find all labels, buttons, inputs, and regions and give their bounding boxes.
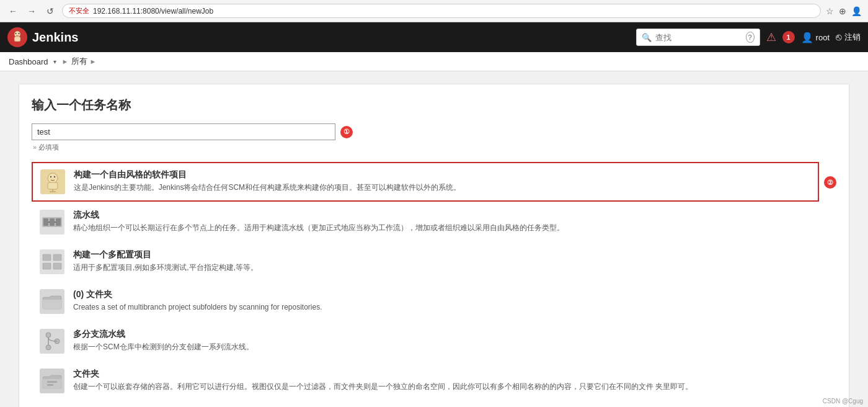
- svg-rect-19: [40, 249, 64, 274]
- folder-desc: 创建一个可以嵌套存储的容器。利用它可以进行分组。视图仅仅是一个过滤器，而文件夹则…: [73, 382, 693, 392]
- folder-o-title: (0) 文件夹: [73, 289, 322, 300]
- browser-chrome: ← → ↺ 不安全 192.168.11.11:8080/view/all/ne…: [0, 0, 868, 22]
- multiconfig-desc: 适用于多配置项目,例如多环境测试,平台指定构建,等等。: [73, 262, 258, 273]
- breadcrumb-arrow-1: ►: [62, 58, 69, 65]
- copyright-text: CSDN @Cgug: [818, 395, 868, 407]
- logout-icon: ⎋: [836, 32, 842, 43]
- freestyle-row-wrapper: 构建一个自由风格的软件项目 这是Jenkins的主要功能。Jenkins将会结合…: [32, 162, 836, 203]
- jenkins-logo[interactable]: Jenkins: [7, 27, 78, 47]
- svg-point-26: [46, 333, 51, 338]
- svg-point-3: [16, 33, 17, 34]
- job-type-multibranch[interactable]: 多分支流水线 根据一个SCM仓库中检测到的分支创建一系列流水线。: [32, 322, 836, 360]
- forward-button[interactable]: →: [25, 4, 38, 18]
- logout-text: 注销: [844, 32, 861, 43]
- freestyle-info: 构建一个自由风格的软件项目 这是Jenkins的主要功能。Jenkins将会结合…: [74, 169, 461, 193]
- alert-icon: ⚠: [766, 30, 776, 44]
- browser-action-buttons: ☆ ⊕ 👤: [826, 6, 862, 16]
- svg-point-6: [48, 173, 58, 183]
- job-type-pipeline[interactable]: 流水线 精心地组织一个可以长期运行在多个节点上的任务。适用于构建流水线（更加正式…: [32, 203, 836, 241]
- extensions-button[interactable]: ⊕: [839, 6, 846, 16]
- dashboard-dropdown-icon[interactable]: ▾: [51, 57, 60, 66]
- logout-button[interactable]: ⎋ 注销: [836, 32, 861, 43]
- job-form: 输入一个任务名称 ① 必填项: [19, 84, 849, 407]
- svg-rect-20: [43, 254, 51, 261]
- folder-o-info: (0) 文件夹 Creates a set of multibranch pro…: [73, 289, 322, 313]
- job-name-extension-input[interactable]: [69, 123, 335, 140]
- multibranch-icon: [40, 329, 64, 354]
- pipeline-info: 流水线 精心地组织一个可以长期运行在多个节点上的任务。适用于构建流水线（更加正式…: [73, 210, 564, 233]
- freestyle-desc: 这是Jenkins的主要功能。Jenkins将会结合任何SCM和任何构建系统来构…: [74, 182, 461, 193]
- svg-rect-23: [53, 263, 61, 269]
- svg-rect-15: [50, 218, 55, 226]
- freestyle-title: 构建一个自由风格的软件项目: [74, 169, 461, 181]
- user-profile-button[interactable]: 👤: [851, 6, 862, 16]
- folder-icon: [40, 369, 64, 393]
- breadcrumb-all[interactable]: 所有: [71, 56, 87, 67]
- folder-title: 文件夹: [73, 369, 693, 380]
- address-bar[interactable]: 不安全 192.168.11.11:8080/view/all/newJob: [62, 4, 821, 18]
- main-content: 输入一个任务名称 ① 必填项: [0, 71, 868, 407]
- job-name-input[interactable]: [32, 123, 69, 140]
- svg-point-7: [50, 176, 51, 177]
- multiconfig-info: 构建一个多配置项目 适用于多配置项目,例如多环境测试,平台指定构建,等等。: [73, 249, 258, 273]
- user-icon: 👤: [801, 32, 813, 43]
- user-menu[interactable]: 👤 root: [801, 32, 830, 43]
- job-type-folder-o[interactable]: (0) 文件夹 Creates a set of multibranch pro…: [32, 282, 836, 321]
- folder-o-icon: [40, 289, 64, 314]
- svg-rect-21: [53, 254, 61, 261]
- breadcrumb: Dashboard ▾ ► 所有 ►: [0, 52, 868, 71]
- multibranch-info: 多分支流水线 根据一个SCM仓库中检测到的分支创建一系列流水线。: [73, 329, 254, 352]
- breadcrumb-arrow-2: ►: [90, 58, 97, 65]
- job-types-list: 构建一个自由风格的软件项目 这是Jenkins的主要功能。Jenkins将会结合…: [32, 162, 836, 400]
- svg-rect-31: [47, 381, 57, 383]
- pipeline-desc: 精心地组织一个可以长期运行在多个节点上的任务。适用于构建流水线（更加正式地应当称…: [73, 223, 564, 233]
- svg-rect-32: [47, 384, 53, 386]
- job-type-freestyle[interactable]: 构建一个自由风格的软件项目 这是Jenkins的主要功能。Jenkins将会结合…: [32, 162, 819, 202]
- security-warning: 不安全: [69, 6, 89, 16]
- search-icon: 🔍: [642, 33, 652, 42]
- multiconfig-icon: [40, 249, 64, 274]
- svg-point-4: [19, 33, 20, 34]
- pipeline-icon: [40, 210, 64, 235]
- folder-info: 文件夹 创建一个可以嵌套存储的容器。利用它可以进行分组。视图仅仅是一个过滤器，而…: [73, 369, 693, 392]
- username-text: root: [816, 33, 830, 42]
- freestyle-icon: [40, 169, 65, 194]
- svg-point-1: [14, 31, 20, 37]
- star-button[interactable]: ☆: [826, 6, 834, 16]
- folder-o-desc: Creates a set of multibranch project sub…: [73, 302, 322, 313]
- notification-badge[interactable]: 1: [782, 31, 795, 43]
- required-hint: 必填项: [32, 143, 836, 152]
- job-name-wrapper: [32, 123, 335, 140]
- multiconfig-title: 构建一个多配置项目: [73, 249, 258, 261]
- svg-point-8: [54, 176, 55, 177]
- badge-2: ②: [824, 176, 836, 189]
- search-box[interactable]: 🔍 ?: [636, 29, 760, 46]
- svg-point-27: [46, 345, 51, 350]
- form-title: 输入一个任务名称: [32, 97, 836, 114]
- pipeline-title: 流水线: [73, 210, 564, 221]
- badge-1: ①: [340, 126, 353, 138]
- jenkins-header: Jenkins 🔍 ? ⚠ 1 👤 root ⎋ 注销: [0, 22, 868, 52]
- back-button[interactable]: ←: [6, 4, 20, 18]
- jenkins-logo-icon: [7, 27, 27, 47]
- search-input[interactable]: [655, 33, 742, 42]
- job-type-folder[interactable]: 文件夹 创建一个可以嵌套存储的容器。利用它可以进行分组。视图仅仅是一个过滤器，而…: [32, 362, 836, 400]
- multibranch-desc: 根据一个SCM仓库中检测到的分支创建一系列流水线。: [73, 342, 254, 352]
- breadcrumb-dashboard[interactable]: Dashboard: [9, 57, 48, 66]
- search-help-button[interactable]: ?: [746, 32, 755, 43]
- svg-rect-9: [48, 182, 58, 189]
- svg-rect-22: [43, 263, 51, 269]
- multibranch-title: 多分支流水线: [73, 329, 254, 340]
- job-type-multiconfig[interactable]: 构建一个多配置项目 适用于多配置项目,例如多环境测试,平台指定构建,等等。: [32, 243, 836, 281]
- jenkins-logo-text: Jenkins: [32, 30, 78, 45]
- svg-rect-2: [14, 37, 20, 42]
- name-input-row: ①: [32, 123, 836, 140]
- reload-button[interactable]: ↺: [43, 4, 57, 18]
- svg-rect-16: [56, 218, 61, 226]
- svg-rect-14: [43, 218, 48, 226]
- address-text: 192.168.11.11:8080/view/all/newJob: [93, 7, 213, 16]
